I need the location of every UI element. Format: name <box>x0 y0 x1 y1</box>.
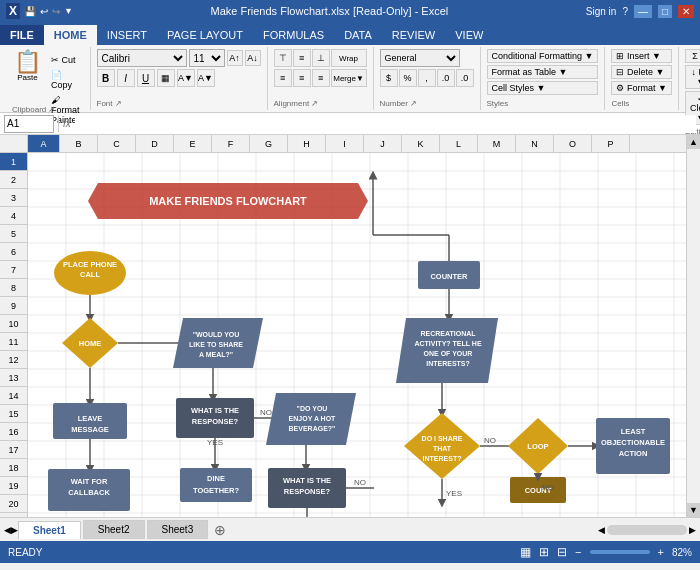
col-header-b[interactable]: B <box>60 135 98 152</box>
row-header-4[interactable]: 4 <box>0 207 27 225</box>
tab-review[interactable]: REVIEW <box>382 25 445 45</box>
merge-btn[interactable]: Merge▼ <box>331 69 367 87</box>
font-size-dropdown[interactable]: 11 <box>189 49 225 67</box>
row-header-6[interactable]: 6 <box>0 243 27 261</box>
scroll-down-btn[interactable]: ▼ <box>687 503 701 517</box>
scroll-tabs-left-btn[interactable]: ◀ <box>4 525 11 535</box>
italic-btn[interactable]: I <box>117 69 135 87</box>
paste-button[interactable]: 📋 Paste <box>10 49 45 84</box>
zoom-out-btn[interactable]: − <box>575 546 581 558</box>
row-header-19[interactable]: 19 <box>0 477 27 495</box>
scroll-tabs-right-btn[interactable]: ▶ <box>11 525 18 535</box>
scroll-right-btn[interactable]: ▶ <box>689 525 696 535</box>
tab-insert[interactable]: INSERT <box>97 25 157 45</box>
decrease-font-btn[interactable]: A↓ <box>245 50 261 66</box>
format-btn[interactable]: ⚙ Format ▼ <box>611 81 671 95</box>
col-header-n[interactable]: N <box>516 135 554 152</box>
align-center-btn[interactable]: ≡ <box>293 69 311 87</box>
autosum-btn[interactable]: Σ ▼ <box>685 49 700 63</box>
align-bottom-btn[interactable]: ⊥ <box>312 49 330 67</box>
format-as-table-btn[interactable]: Format as Table ▼ <box>487 65 599 79</box>
tab-page-layout[interactable]: PAGE LAYOUT <box>157 25 253 45</box>
col-header-g[interactable]: G <box>250 135 288 152</box>
row-header-2[interactable]: 2 <box>0 171 27 189</box>
vertical-scrollbar[interactable]: ▲ ▼ <box>686 135 700 517</box>
add-sheet-btn[interactable]: ⊕ <box>210 522 230 538</box>
cell-styles-btn[interactable]: Cell Styles ▼ <box>487 81 599 95</box>
col-header-f[interactable]: F <box>212 135 250 152</box>
percent-btn[interactable]: % <box>399 69 417 87</box>
close-btn[interactable]: ✕ <box>678 5 694 18</box>
col-header-k[interactable]: K <box>402 135 440 152</box>
row-header-9[interactable]: 9 <box>0 297 27 315</box>
horizontal-scrollbar[interactable]: ◀ ▶ <box>598 525 696 535</box>
col-header-h[interactable]: H <box>288 135 326 152</box>
underline-btn[interactable]: U <box>137 69 155 87</box>
tab-data[interactable]: DATA <box>334 25 382 45</box>
copy-button[interactable]: 📄 Copy <box>47 68 84 92</box>
currency-btn[interactable]: $ <box>380 69 398 87</box>
scroll-up-btn[interactable]: ▲ <box>687 135 701 149</box>
align-right-btn[interactable]: ≡ <box>312 69 330 87</box>
col-header-d[interactable]: D <box>136 135 174 152</box>
tab-formulas[interactable]: FORMULAS <box>253 25 334 45</box>
row-header-13[interactable]: 13 <box>0 369 27 387</box>
font-color-btn[interactable]: A▼ <box>197 69 215 87</box>
tab-sheet2[interactable]: Sheet2 <box>83 520 145 539</box>
row-header-16[interactable]: 16 <box>0 423 27 441</box>
align-left-btn[interactable]: ≡ <box>274 69 292 87</box>
col-header-c[interactable]: C <box>98 135 136 152</box>
col-header-i[interactable]: I <box>326 135 364 152</box>
formula-input[interactable] <box>75 115 696 133</box>
col-header-m[interactable]: M <box>478 135 516 152</box>
number-format-dropdown[interactable]: General <box>380 49 460 67</box>
tab-file[interactable]: FILE <box>0 25 44 45</box>
wrap-text-btn[interactable]: Wrap <box>331 49 367 67</box>
tab-sheet1[interactable]: Sheet1 <box>18 521 81 539</box>
fill-btn[interactable]: ↓ Fill ▼ <box>685 65 700 89</box>
row-header-12[interactable]: 12 <box>0 351 27 369</box>
conditional-formatting-btn[interactable]: Conditional Formatting ▼ <box>487 49 599 63</box>
page-layout-btn[interactable]: ⊞ <box>539 545 549 559</box>
align-top-btn[interactable]: ⊤ <box>274 49 292 67</box>
col-header-p[interactable]: P <box>592 135 630 152</box>
row-header-21[interactable]: 21 <box>0 513 27 517</box>
qat-more-btn[interactable]: ▼ <box>64 6 73 16</box>
comma-btn[interactable]: , <box>418 69 436 87</box>
scroll-left-btn[interactable]: ◀ <box>598 525 605 535</box>
row-header-7[interactable]: 7 <box>0 261 27 279</box>
col-header-a[interactable]: A <box>28 135 60 152</box>
normal-view-btn[interactable]: ▦ <box>520 545 531 559</box>
zoom-in-btn[interactable]: + <box>658 546 664 558</box>
undo-btn[interactable]: ↩ <box>40 6 48 17</box>
fill-color-btn[interactable]: A▼ <box>177 69 195 87</box>
col-header-l[interactable]: L <box>440 135 478 152</box>
col-header-o[interactable]: O <box>554 135 592 152</box>
cell-reference-input[interactable] <box>4 115 54 133</box>
redo-btn[interactable]: ↪ <box>52 6 60 17</box>
zoom-slider[interactable] <box>590 550 650 554</box>
row-header-1[interactable]: 1 <box>0 153 27 171</box>
row-header-18[interactable]: 18 <box>0 459 27 477</box>
inc-decimal-btn[interactable]: .0 <box>437 69 455 87</box>
row-header-11[interactable]: 11 <box>0 333 27 351</box>
row-header-10[interactable]: 10 <box>0 315 27 333</box>
cut-button[interactable]: ✂ Cut <box>47 53 84 67</box>
page-break-btn[interactable]: ⊟ <box>557 545 567 559</box>
row-header-8[interactable]: 8 <box>0 279 27 297</box>
tab-home[interactable]: HOME <box>44 25 97 45</box>
col-header-e[interactable]: E <box>174 135 212 152</box>
minimize-btn[interactable]: — <box>634 5 652 18</box>
row-header-20[interactable]: 20 <box>0 495 27 513</box>
row-header-5[interactable]: 5 <box>0 225 27 243</box>
bold-btn[interactable]: B <box>97 69 115 87</box>
quick-save-btn[interactable]: 💾 <box>24 6 36 17</box>
row-header-15[interactable]: 15 <box>0 405 27 423</box>
col-header-j[interactable]: J <box>364 135 402 152</box>
row-header-3[interactable]: 3 <box>0 189 27 207</box>
increase-font-btn[interactable]: A↑ <box>227 50 243 66</box>
insert-btn[interactable]: ⊞ Insert ▼ <box>611 49 671 63</box>
row-header-14[interactable]: 14 <box>0 387 27 405</box>
align-middle-btn[interactable]: ≡ <box>293 49 311 67</box>
tab-sheet3[interactable]: Sheet3 <box>147 520 209 539</box>
